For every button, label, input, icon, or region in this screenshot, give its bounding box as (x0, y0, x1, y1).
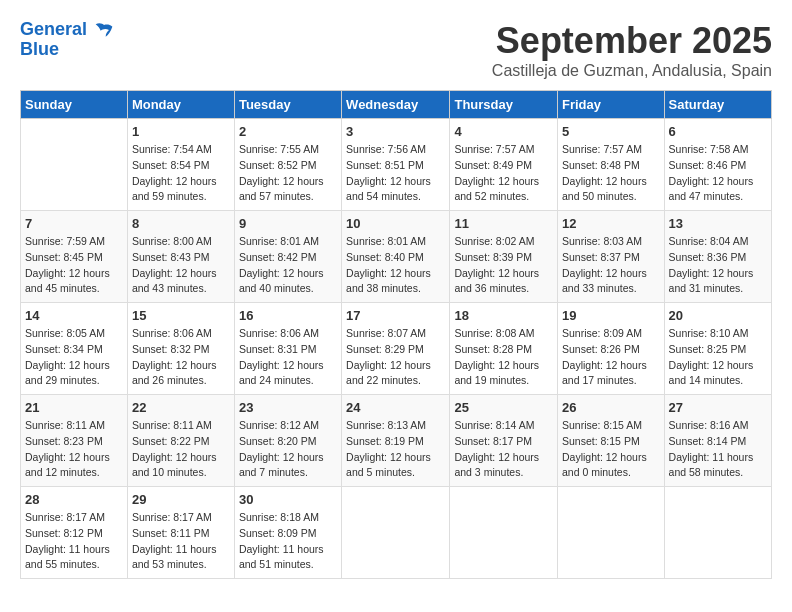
day-info: Sunrise: 8:02 AM Sunset: 8:39 PM Dayligh… (454, 234, 553, 297)
day-number: 1 (132, 124, 230, 139)
day-number: 14 (25, 308, 123, 323)
calendar-day-cell (21, 119, 128, 211)
day-info: Sunrise: 8:09 AM Sunset: 8:26 PM Dayligh… (562, 326, 660, 389)
day-number: 16 (239, 308, 337, 323)
calendar-day-cell: 27Sunrise: 8:16 AM Sunset: 8:14 PM Dayli… (664, 395, 771, 487)
day-info: Sunrise: 7:58 AM Sunset: 8:46 PM Dayligh… (669, 142, 767, 205)
calendar-body: 1Sunrise: 7:54 AM Sunset: 8:54 PM Daylig… (21, 119, 772, 579)
day-info: Sunrise: 8:10 AM Sunset: 8:25 PM Dayligh… (669, 326, 767, 389)
day-info: Sunrise: 8:12 AM Sunset: 8:20 PM Dayligh… (239, 418, 337, 481)
calendar-day-cell: 28Sunrise: 8:17 AM Sunset: 8:12 PM Dayli… (21, 487, 128, 579)
calendar-day-cell: 29Sunrise: 8:17 AM Sunset: 8:11 PM Dayli… (127, 487, 234, 579)
calendar-day-cell: 2Sunrise: 7:55 AM Sunset: 8:52 PM Daylig… (234, 119, 341, 211)
calendar-day-cell: 30Sunrise: 8:18 AM Sunset: 8:09 PM Dayli… (234, 487, 341, 579)
calendar-day-cell (664, 487, 771, 579)
day-info: Sunrise: 7:59 AM Sunset: 8:45 PM Dayligh… (25, 234, 123, 297)
weekday-header: Tuesday (234, 91, 341, 119)
page-header: General Blue September 2025 Castilleja d… (20, 20, 772, 80)
day-number: 20 (669, 308, 767, 323)
weekday-header: Sunday (21, 91, 128, 119)
calendar-day-cell: 23Sunrise: 8:12 AM Sunset: 8:20 PM Dayli… (234, 395, 341, 487)
calendar-day-cell: 15Sunrise: 8:06 AM Sunset: 8:32 PM Dayli… (127, 303, 234, 395)
day-info: Sunrise: 8:04 AM Sunset: 8:36 PM Dayligh… (669, 234, 767, 297)
logo: General Blue (20, 20, 114, 60)
day-info: Sunrise: 7:57 AM Sunset: 8:49 PM Dayligh… (454, 142, 553, 205)
calendar-day-cell: 9Sunrise: 8:01 AM Sunset: 8:42 PM Daylig… (234, 211, 341, 303)
day-info: Sunrise: 8:03 AM Sunset: 8:37 PM Dayligh… (562, 234, 660, 297)
calendar-day-cell: 17Sunrise: 8:07 AM Sunset: 8:29 PM Dayli… (342, 303, 450, 395)
day-number: 8 (132, 216, 230, 231)
day-info: Sunrise: 7:56 AM Sunset: 8:51 PM Dayligh… (346, 142, 445, 205)
location-title: Castilleja de Guzman, Andalusia, Spain (492, 62, 772, 80)
day-info: Sunrise: 7:57 AM Sunset: 8:48 PM Dayligh… (562, 142, 660, 205)
calendar-day-cell: 4Sunrise: 7:57 AM Sunset: 8:49 PM Daylig… (450, 119, 558, 211)
day-number: 7 (25, 216, 123, 231)
weekday-header: Friday (558, 91, 665, 119)
title-block: September 2025 Castilleja de Guzman, And… (492, 20, 772, 80)
day-info: Sunrise: 8:13 AM Sunset: 8:19 PM Dayligh… (346, 418, 445, 481)
day-number: 29 (132, 492, 230, 507)
day-info: Sunrise: 8:06 AM Sunset: 8:32 PM Dayligh… (132, 326, 230, 389)
day-info: Sunrise: 7:54 AM Sunset: 8:54 PM Dayligh… (132, 142, 230, 205)
day-info: Sunrise: 8:06 AM Sunset: 8:31 PM Dayligh… (239, 326, 337, 389)
day-number: 6 (669, 124, 767, 139)
calendar-day-cell (558, 487, 665, 579)
calendar-day-cell: 25Sunrise: 8:14 AM Sunset: 8:17 PM Dayli… (450, 395, 558, 487)
calendar-week-row: 14Sunrise: 8:05 AM Sunset: 8:34 PM Dayli… (21, 303, 772, 395)
calendar-day-cell: 8Sunrise: 8:00 AM Sunset: 8:43 PM Daylig… (127, 211, 234, 303)
day-number: 28 (25, 492, 123, 507)
calendar-day-cell: 11Sunrise: 8:02 AM Sunset: 8:39 PM Dayli… (450, 211, 558, 303)
day-number: 27 (669, 400, 767, 415)
calendar-header: SundayMondayTuesdayWednesdayThursdayFrid… (21, 91, 772, 119)
day-number: 3 (346, 124, 445, 139)
weekday-header: Saturday (664, 91, 771, 119)
logo-text: General (20, 20, 114, 40)
day-number: 13 (669, 216, 767, 231)
calendar-day-cell: 24Sunrise: 8:13 AM Sunset: 8:19 PM Dayli… (342, 395, 450, 487)
day-number: 19 (562, 308, 660, 323)
logo-line2-text: Blue (20, 40, 114, 60)
day-info: Sunrise: 8:16 AM Sunset: 8:14 PM Dayligh… (669, 418, 767, 481)
month-title: September 2025 (492, 20, 772, 62)
day-number: 5 (562, 124, 660, 139)
calendar-day-cell: 3Sunrise: 7:56 AM Sunset: 8:51 PM Daylig… (342, 119, 450, 211)
day-number: 26 (562, 400, 660, 415)
day-number: 24 (346, 400, 445, 415)
day-info: Sunrise: 8:01 AM Sunset: 8:42 PM Dayligh… (239, 234, 337, 297)
calendar-day-cell: 12Sunrise: 8:03 AM Sunset: 8:37 PM Dayli… (558, 211, 665, 303)
day-number: 25 (454, 400, 553, 415)
day-info: Sunrise: 8:00 AM Sunset: 8:43 PM Dayligh… (132, 234, 230, 297)
day-info: Sunrise: 7:55 AM Sunset: 8:52 PM Dayligh… (239, 142, 337, 205)
calendar-day-cell: 5Sunrise: 7:57 AM Sunset: 8:48 PM Daylig… (558, 119, 665, 211)
calendar-day-cell: 18Sunrise: 8:08 AM Sunset: 8:28 PM Dayli… (450, 303, 558, 395)
day-number: 18 (454, 308, 553, 323)
calendar-day-cell: 6Sunrise: 7:58 AM Sunset: 8:46 PM Daylig… (664, 119, 771, 211)
day-number: 17 (346, 308, 445, 323)
day-number: 23 (239, 400, 337, 415)
day-info: Sunrise: 8:15 AM Sunset: 8:15 PM Dayligh… (562, 418, 660, 481)
calendar-week-row: 21Sunrise: 8:11 AM Sunset: 8:23 PM Dayli… (21, 395, 772, 487)
calendar-week-row: 7Sunrise: 7:59 AM Sunset: 8:45 PM Daylig… (21, 211, 772, 303)
day-number: 30 (239, 492, 337, 507)
day-number: 9 (239, 216, 337, 231)
calendar-day-cell: 20Sunrise: 8:10 AM Sunset: 8:25 PM Dayli… (664, 303, 771, 395)
day-info: Sunrise: 8:18 AM Sunset: 8:09 PM Dayligh… (239, 510, 337, 573)
day-number: 12 (562, 216, 660, 231)
calendar-day-cell: 1Sunrise: 7:54 AM Sunset: 8:54 PM Daylig… (127, 119, 234, 211)
logo-bird-icon (94, 20, 114, 40)
calendar-table: SundayMondayTuesdayWednesdayThursdayFrid… (20, 90, 772, 579)
day-info: Sunrise: 8:17 AM Sunset: 8:12 PM Dayligh… (25, 510, 123, 573)
logo-line1: General (20, 19, 87, 39)
calendar-day-cell: 14Sunrise: 8:05 AM Sunset: 8:34 PM Dayli… (21, 303, 128, 395)
weekday-row: SundayMondayTuesdayWednesdayThursdayFrid… (21, 91, 772, 119)
day-number: 4 (454, 124, 553, 139)
day-info: Sunrise: 8:17 AM Sunset: 8:11 PM Dayligh… (132, 510, 230, 573)
day-info: Sunrise: 8:14 AM Sunset: 8:17 PM Dayligh… (454, 418, 553, 481)
calendar-week-row: 1Sunrise: 7:54 AM Sunset: 8:54 PM Daylig… (21, 119, 772, 211)
day-info: Sunrise: 8:05 AM Sunset: 8:34 PM Dayligh… (25, 326, 123, 389)
calendar-day-cell (450, 487, 558, 579)
calendar-day-cell: 10Sunrise: 8:01 AM Sunset: 8:40 PM Dayli… (342, 211, 450, 303)
calendar-day-cell: 13Sunrise: 8:04 AM Sunset: 8:36 PM Dayli… (664, 211, 771, 303)
day-number: 10 (346, 216, 445, 231)
day-number: 22 (132, 400, 230, 415)
